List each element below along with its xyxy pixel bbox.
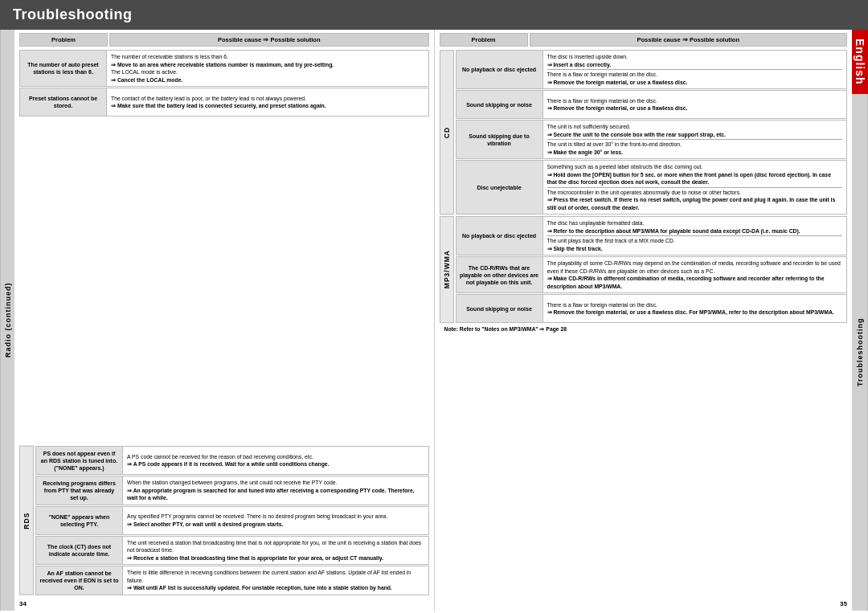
problem-cell: No playback or disc ejected	[457, 217, 543, 255]
left-table-area: Problem Possible cause ⇒ Possible soluti…	[14, 30, 434, 611]
note-area: Note: Refer to "Notes on MP3/WMA" ⇒ Page…	[440, 325, 848, 334]
problem-cell: "NONE" appears when selecting PTY.	[36, 507, 123, 534]
page-header: Troubleshooting	[0, 0, 868, 30]
mp3-rows: No playback or disc ejected The disc has…	[456, 216, 848, 323]
problem-cell: The number of auto preset stations is le…	[20, 51, 107, 86]
left-panel: Radio (continued) Problem Possible cause…	[0, 30, 435, 611]
problem-cell: Sound skipping due to vibration	[457, 121, 543, 158]
problem-cell: Sound skipping or noise	[457, 295, 543, 322]
table-row: Sound skipping or noise There is a flaw …	[456, 90, 848, 119]
table-row: The number of auto preset stations is le…	[19, 50, 429, 87]
solution-cell: The contact of the battery lead is poor,…	[107, 88, 428, 116]
left-col-problem-header: Problem	[19, 33, 108, 47]
page-number-left-area: 34	[19, 597, 429, 607]
table-row: Sound skipping or noise There is a flaw …	[456, 294, 848, 323]
page-number-right: 35	[840, 600, 847, 607]
note-text: Note: Refer to "Notes on MP3/WMA" ⇒ Page…	[444, 326, 567, 332]
page-number-left: 34	[19, 600, 27, 607]
table-row: Receiving programs differs from PTY that…	[35, 476, 429, 505]
table-row: Sound skipping due to vibration The unit…	[456, 120, 848, 159]
table-row: Disc unejectable Something such as a pee…	[456, 160, 848, 215]
left-table-header: Problem Possible cause ⇒ Possible soluti…	[19, 33, 429, 47]
cd-label: CD	[440, 50, 454, 215]
table-row: Preset stations cannot be stored. The co…	[19, 88, 429, 116]
solution-cell: Any specified PTY programs cannot be rec…	[123, 507, 428, 534]
main-content: Radio (continued) Problem Possible cause…	[0, 30, 868, 611]
rds-section: RDS PS does not appear even if an RDS st…	[19, 446, 429, 595]
solution-cell: The playability of some CD-R/RWs may dep…	[543, 257, 847, 292]
solution-cell: The unit is not sufficiently secured. ⇒ …	[543, 121, 847, 158]
table-row: "NONE" appears when selecting PTY. Any s…	[35, 506, 429, 535]
right-col-problem-header: Problem	[440, 33, 528, 47]
cd-section: CD No playback or disc ejected The disc …	[440, 50, 848, 215]
solution-cell: There is a flaw or foreign material on t…	[543, 91, 847, 118]
table-row: No playback or disc ejected The disc is …	[456, 50, 848, 89]
solution-cell: Something such as a peeled label obstruc…	[543, 161, 847, 214]
problem-cell: No playback or disc ejected	[457, 51, 543, 88]
right-table-area: Problem Possible cause ⇒ Possible soluti…	[435, 30, 853, 611]
table-row: The CD-R/RWs that are playable on other …	[456, 256, 848, 293]
solution-cell: The unit received a station that broadca…	[123, 537, 428, 565]
problem-cell: Preset stations cannot be stored.	[20, 88, 107, 116]
mp3-section: MP3/WMA No playback or disc ejected The …	[440, 216, 848, 323]
right-panel: Problem Possible cause ⇒ Possible soluti…	[435, 30, 869, 611]
problem-cell: Receiving programs differs from PTY that…	[36, 476, 123, 505]
solution-cell: When the station changed between program…	[123, 476, 428, 505]
radio-rows: The number of auto preset stations is le…	[19, 50, 429, 444]
solution-cell: The disc is inserted upside down. ⇒ Inse…	[543, 51, 847, 88]
solution-cell: A PS code cannot be received for the rea…	[123, 447, 428, 474]
table-row: An AF station cannot be received even if…	[35, 566, 429, 595]
page-number-right-area: 35	[440, 597, 848, 607]
rds-rows: PS does not appear even if an RDS statio…	[35, 446, 429, 595]
english-label: English	[852, 30, 868, 94]
problem-cell: The clock (CT) does not indicate accurat…	[36, 537, 123, 565]
right-col-solution-header: Possible cause ⇒ Possible solution	[530, 33, 848, 47]
troubleshooting-label: Troubleshooting	[852, 94, 868, 611]
right-table-header: Problem Possible cause ⇒ Possible soluti…	[440, 33, 848, 47]
page-wrapper: Troubleshooting Radio (continued) Proble…	[0, 0, 868, 611]
table-row: No playback or disc ejected The disc has…	[456, 216, 848, 255]
solution-cell: The number of receivable stations is les…	[107, 51, 428, 86]
table-row: PS does not appear even if an RDS statio…	[35, 446, 429, 475]
cd-rows: No playback or disc ejected The disc is …	[456, 50, 848, 215]
left-col-solution-header: Possible cause ⇒ Possible solution	[109, 33, 429, 47]
problem-cell: The CD-R/RWs that are playable on other …	[457, 257, 543, 292]
problem-cell: Sound skipping or noise	[457, 91, 543, 118]
table-row: The clock (CT) does not indicate accurat…	[35, 536, 429, 566]
radio-continued-label: Radio (continued)	[0, 30, 14, 611]
mp3-label: MP3/WMA	[440, 216, 454, 323]
problem-cell: An AF station cannot be received even if…	[36, 566, 123, 595]
solution-cell: There is a flaw or foreign material on t…	[543, 295, 847, 322]
solution-cell: There is little difference in receiving …	[123, 566, 428, 595]
right-sidebar: English Troubleshooting	[852, 30, 868, 611]
problem-cell: PS does not appear even if an RDS statio…	[36, 447, 123, 474]
problem-cell: Disc unejectable	[457, 161, 543, 214]
rds-label: RDS	[19, 446, 34, 595]
page-title: Troubleshooting	[13, 6, 133, 22]
solution-cell: The disc has unplayable formatted data. …	[543, 217, 847, 255]
